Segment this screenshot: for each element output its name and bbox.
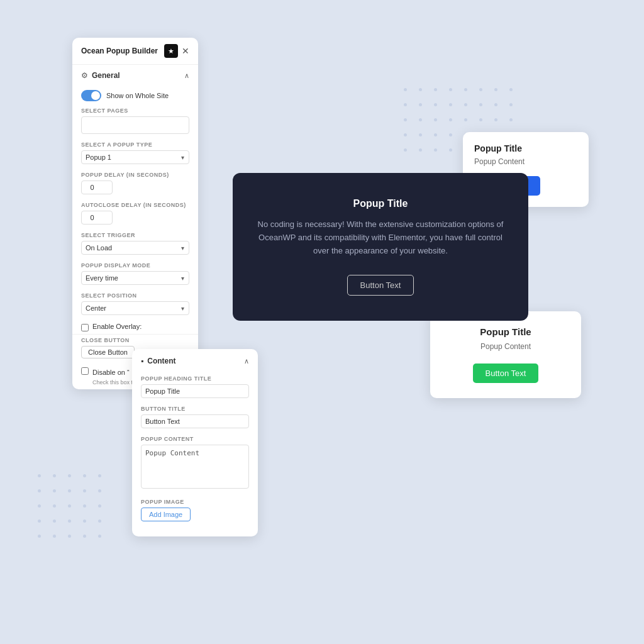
heading-title-group: POPUP HEADING TITLE [132, 373, 258, 403]
display-mode-label: POPUP DISPLAY MODE [81, 262, 189, 269]
heading-title-label: POPUP HEADING TITLE [141, 375, 249, 382]
star-button[interactable]: ★ [164, 44, 178, 58]
popup-delay-label: POPUP DELAY (IN SECONDS) [81, 172, 189, 178]
autoclose-delay-group: AUTOCLOSE DELAY (IN SECONDS) [72, 199, 198, 230]
add-image-button[interactable]: Add Image [141, 508, 191, 521]
heading-title-input[interactable] [141, 384, 249, 398]
popup-preview-card-dark: Popup Title No coding is necessary! With… [233, 173, 528, 321]
enable-overlay-checkbox[interactable] [81, 324, 89, 331]
popup-content-textarea[interactable] [141, 445, 249, 489]
brand-name: Ocean Popup Builder [81, 47, 158, 55]
content-panel: ▪ Content ∧ POPUP HEADING TITLE BUTTON T… [132, 349, 258, 536]
select-pages-group: Select Pages [72, 105, 198, 139]
button-title-group: BUTTON TITLE [132, 403, 258, 433]
button-title-input[interactable] [141, 414, 249, 428]
content-panel-header: ▪ Content ∧ [132, 349, 258, 373]
display-mode-select[interactable]: Every time Once Session [81, 271, 189, 285]
popup-type-label: SELECT A POPUP TYPE [81, 142, 189, 148]
select-position-group: SELECT POSITION Center Top Bottom [72, 290, 198, 320]
show-whole-site-toggle[interactable] [81, 90, 101, 101]
autoclose-delay-input[interactable] [81, 211, 113, 225]
toggle-label: Show on Whole Site [106, 92, 169, 99]
popup-2-button[interactable]: Button Text [473, 364, 539, 383]
popup-delay-input[interactable] [81, 180, 113, 194]
select-pages-box[interactable] [81, 116, 189, 134]
select-position-label: SELECT POSITION [81, 292, 189, 299]
popup-type-group: SELECT A POPUP TYPE Popup 1 Popup 2 Popu… [72, 139, 198, 169]
autoclose-delay-label: AUTOCLOSE DELAY (IN SECONDS) [81, 202, 189, 208]
content-section-label: Content [147, 357, 175, 365]
select-trigger-label: SELECT TRIGGER [81, 232, 189, 238]
popup-preview-card-2: Popup Title Popup Content Button Text [430, 311, 581, 398]
content-icon: ▪ [141, 357, 143, 365]
position-select[interactable]: Center Top Bottom [81, 301, 189, 315]
popup-delay-group: POPUP DELAY (IN SECONDS) [72, 169, 198, 199]
content-chevron-icon[interactable]: ∧ [244, 357, 249, 365]
popup-image-group: POPUP IMAGE Add Image [132, 496, 258, 526]
popup-dark-content: No coding is necessary! With the extensi… [252, 218, 509, 257]
display-mode-group: POPUP DISPLAY MODE Every time Once Sessi… [72, 260, 198, 290]
enable-overlay-row: Enable Overlay: [72, 320, 198, 334]
panel-brand-header: Ocean Popup Builder ★ ✕ [72, 38, 198, 65]
dot-pattern-bottom-left [38, 474, 107, 543]
close-button-section-label: CLOSE BUTTON [81, 337, 189, 343]
general-settings-panel: Ocean Popup Builder ★ ✕ ⚙ General ∧ Show… [72, 38, 198, 389]
popup-1-content: Popup Content [474, 157, 577, 166]
popup-image-label: POPUP IMAGE [141, 499, 249, 505]
popup-dark-title: Popup Title [252, 198, 509, 209]
popup-1-title: Popup Title [474, 143, 577, 153]
button-title-label: BUTTON TITLE [141, 406, 249, 412]
general-section-label: General [92, 71, 120, 80]
disable-on-mobile-checkbox[interactable] [81, 367, 89, 375]
chevron-up-icon[interactable]: ∧ [184, 72, 189, 80]
select-pages-label: Select Pages [81, 108, 189, 114]
enable-overlay-label: Enable Overlay: [92, 323, 142, 330]
popup-type-select[interactable]: Popup 1 Popup 2 Popup 3 [81, 150, 189, 164]
gear-icon: ⚙ [81, 71, 88, 80]
popup-content-group: POPUP CONTENT [132, 433, 258, 496]
popup-2-title: Popup Title [445, 326, 566, 337]
trigger-select[interactable]: On Load On Click On Exit [81, 241, 189, 255]
close-panel-button[interactable]: ✕ [182, 44, 189, 58]
popup-dark-button[interactable]: Button Text [347, 275, 414, 296]
close-button-preview[interactable]: Close Button [81, 346, 135, 358]
select-trigger-group: SELECT TRIGGER On Load On Click On Exit [72, 230, 198, 260]
show-on-whole-site-row: Show on Whole Site [72, 86, 198, 105]
general-section-header: ⚙ General ∧ [72, 65, 198, 86]
popup-content-label: POPUP CONTENT [141, 436, 249, 442]
disable-on-label: Disable on “ [92, 369, 130, 376]
popup-2-content: Popup Content [445, 342, 566, 351]
